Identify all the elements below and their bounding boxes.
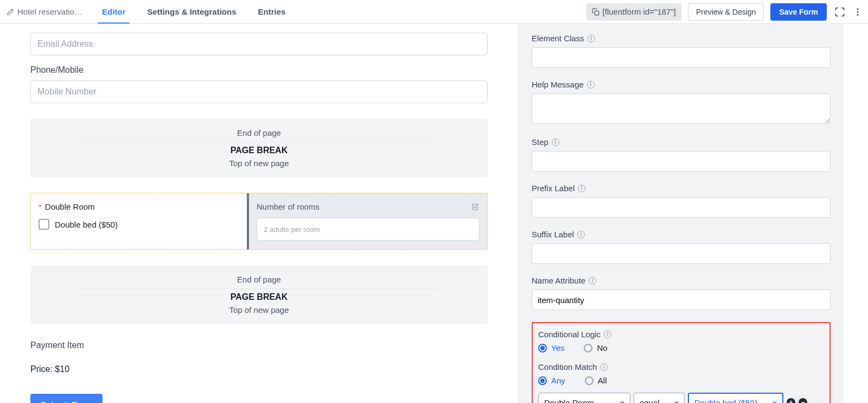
chevron-down-icon <box>771 399 778 403</box>
shortcode-text: [fluentform id="187"] <box>603 7 676 16</box>
svg-point-3 <box>857 14 859 15</box>
cond-match-any-radio[interactable]: Any <box>538 376 565 385</box>
tab-settings[interactable]: Settings & Integrations <box>136 0 247 24</box>
copy-icon <box>592 8 599 16</box>
svg-point-2 <box>857 11 859 12</box>
submit-form-button[interactable]: Submit Form <box>30 394 103 403</box>
number-of-rooms-field[interactable] <box>257 218 480 241</box>
cond-logic-no-radio[interactable]: No <box>584 343 607 352</box>
double-bed-checkbox[interactable] <box>39 219 49 230</box>
page-break-1[interactable]: End of page PAGE BREAK Top of new page <box>30 118 488 178</box>
help-message-input[interactable] <box>532 93 831 124</box>
chevron-down-icon <box>673 399 680 403</box>
selected-field-container[interactable]: *Double Room Double bed ($50) Number of … <box>30 193 488 250</box>
prefix-label-label: Prefix Labeli <box>532 184 831 193</box>
info-icon[interactable]: i <box>578 185 585 192</box>
pencil-icon <box>7 8 14 16</box>
element-class-input[interactable] <box>532 47 831 68</box>
chevron-down-icon <box>619 399 626 403</box>
tab-entries[interactable]: Entries <box>247 0 297 24</box>
kebab-menu-icon[interactable] <box>853 7 863 17</box>
add-condition-button[interactable]: + <box>787 398 795 403</box>
price-text: Price: $10 <box>30 364 488 374</box>
step-input[interactable] <box>532 151 831 172</box>
element-class-label: Element Classi <box>532 34 831 43</box>
name-attribute-input[interactable] <box>532 289 831 310</box>
conditional-logic-section: Conditional Logici Yes No Condition Matc… <box>532 322 831 403</box>
prefix-label-input[interactable] <box>532 197 831 218</box>
condition-match-label: Condition Matchi <box>538 362 824 371</box>
condition-operator-select[interactable]: equal <box>634 393 685 403</box>
suffix-label-input[interactable] <box>532 243 831 264</box>
cond-logic-yes-radio[interactable]: Yes <box>538 343 564 352</box>
info-icon[interactable]: i <box>588 35 595 42</box>
remove-condition-button[interactable]: − <box>799 398 807 403</box>
page-break-2[interactable]: End of page PAGE BREAK Top of new page <box>30 265 488 324</box>
double-bed-option-label: Double bed ($50) <box>55 220 118 229</box>
svg-point-1 <box>857 8 859 10</box>
phone-label: Phone/Mobile <box>30 65 488 75</box>
info-icon[interactable]: i <box>552 138 559 146</box>
payment-item-label: Payment Item <box>30 341 488 350</box>
double-room-column[interactable]: *Double Room Double bed ($50) <box>31 193 249 249</box>
condition-value-select[interactable]: Double bed ($50) <box>688 393 783 403</box>
info-icon[interactable]: i <box>604 331 611 338</box>
required-star: * <box>39 202 42 211</box>
email-field[interactable] <box>30 33 488 55</box>
form-name-text: Hotel reservatio… <box>17 7 82 16</box>
save-form-button[interactable]: Save Form <box>770 3 827 21</box>
trash-icon[interactable] <box>471 202 480 211</box>
tab-editor[interactable]: Editor <box>91 0 136 24</box>
phone-field[interactable] <box>30 80 488 103</box>
cond-match-all-radio[interactable]: All <box>585 376 607 385</box>
name-attribute-label: Name Attributei <box>532 276 831 285</box>
suffix-label-label: Suffix Labeli <box>532 230 831 239</box>
form-title[interactable]: Hotel reservatio… <box>7 7 91 16</box>
double-room-label: Double Room <box>45 202 95 211</box>
info-icon[interactable]: i <box>600 363 608 371</box>
number-of-rooms-column[interactable]: Number of rooms <box>249 193 487 249</box>
preview-design-button[interactable]: Preview & Design <box>688 3 764 21</box>
info-icon[interactable]: i <box>589 277 596 285</box>
svg-rect-0 <box>595 11 599 15</box>
info-icon[interactable]: i <box>587 81 595 89</box>
number-of-rooms-label: Number of rooms <box>257 202 480 211</box>
step-label: Stepi <box>532 137 831 147</box>
conditional-logic-label: Conditional Logici <box>538 330 824 339</box>
fullscreen-icon[interactable] <box>834 7 845 17</box>
condition-field-select[interactable]: Double Room <box>538 393 630 403</box>
shortcode-display[interactable]: [fluentform id="187"] <box>586 3 681 21</box>
info-icon[interactable]: i <box>577 231 585 238</box>
help-message-label: Help Messagei <box>532 80 831 89</box>
